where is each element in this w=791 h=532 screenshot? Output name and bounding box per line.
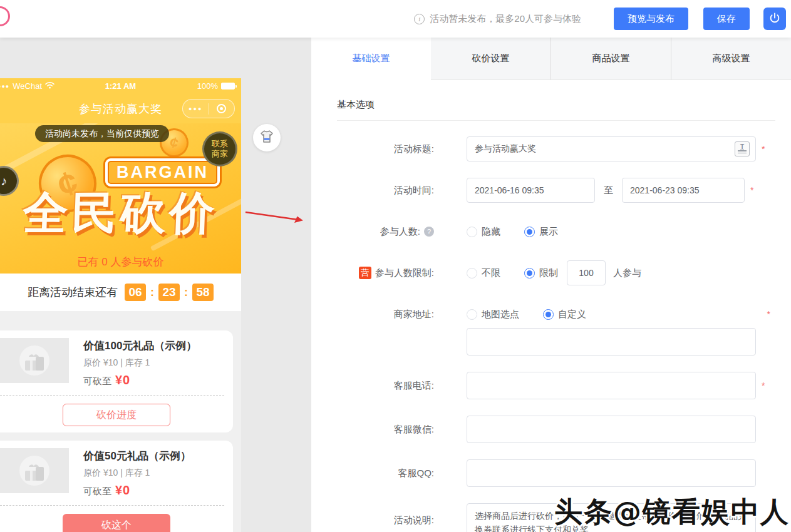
bargain-this-button[interactable]: 砍这个 [63, 514, 170, 532]
merchant-address-row: 商家地址: 地图选点 自定义 * [337, 302, 791, 356]
banner-title: 全民砍价 [0, 183, 241, 243]
more-dots-icon: ●●● [183, 106, 209, 112]
mobile-preview: ●●● WeChat 1:21 AM 100% 参与活动赢大奖 ●●● ¢ ¢ … [0, 78, 241, 532]
countdown-hours: 06 [125, 284, 146, 301]
top-bar: i 活动暂未发布，最多20人可参与体验 预览与发布 保存 [0, 0, 791, 38]
participant-limit-row: 营 参与人数限制: 不限 限制 人参与 [337, 260, 791, 285]
gift-cut-price: 可砍至¥0 [83, 483, 191, 498]
app-logo [0, 6, 10, 26]
gift-meta: 原价 ¥10 | 库存 1 [83, 357, 197, 369]
participant-limit-label: 营 参与人数限制: [337, 267, 467, 279]
gift-meta: 原价 ¥10 | 库存 1 [83, 468, 191, 479]
service-wechat-row: 客服微信: [337, 416, 791, 443]
gift-card: 价值100元礼品（示例） 原价 ¥10 | 库存 1 可砍至¥0 砍价进度 [0, 330, 233, 432]
marketing-badge: 营 [359, 267, 371, 279]
gift-image-placeholder [0, 338, 69, 383]
help-icon[interactable]: ? [424, 227, 434, 237]
activity-banner: ¢ ¢ 活动尚未发布，当前仅供预览 联系 商家 ♪ BARGAIN 全民砍价 已… [0, 123, 241, 274]
participants-row: 参与人数: ? 隐藏 展示 [337, 219, 791, 244]
bargain-ribbon: BARGAIN [105, 158, 220, 187]
preview-publish-button[interactable]: 预览与发布 [614, 8, 688, 30]
activity-title-preview: 参与活动赢大奖 [79, 101, 162, 116]
activity-time-label: 活动时间: [337, 185, 467, 197]
activity-description-row: 活动说明: 选择商品后进行砍价，自砍一刀后邀请好友帮忙砍价，砍价后凭商品兑换券联… [337, 503, 791, 532]
basic-settings-form: 基本选项 活动标题: T * 活动时间: 至 * 参与人数: ? 隐藏 [311, 80, 791, 532]
activity-description-label: 活动说明: [337, 503, 467, 526]
time-separator: 至 [604, 185, 613, 197]
participants-show-radio[interactable]: 展示 [524, 226, 558, 238]
required-asterisk: * [762, 381, 765, 391]
tab-product-settings[interactable]: 商品设置 [551, 38, 671, 79]
clock-label: 1:21 AM [75, 81, 166, 91]
info-icon: i [414, 14, 425, 24]
tab-basic-settings[interactable]: 基础设置 [311, 38, 431, 80]
gift-card: 价值50元礼品（示例） 原价 ¥10 | 库存 1 可砍至¥0 砍这个 [0, 441, 233, 532]
gift-title: 价值100元礼品（示例） [83, 339, 197, 353]
limit-none-radio[interactable]: 不限 [467, 267, 500, 279]
pointer-arrow [243, 207, 307, 229]
signal-icon: ●●● [0, 83, 9, 90]
power-icon [769, 13, 780, 26]
wifi-icon [45, 81, 54, 91]
battery-percent: 100% [197, 81, 218, 91]
settings-tabs: 基础设置 砍价设置 商品设置 高级设置 [311, 38, 791, 80]
gift-cut-price: 可砍至¥0 [83, 373, 197, 387]
activity-time-row: 活动时间: 至 * [337, 178, 791, 203]
rich-text-icon[interactable]: T [735, 141, 750, 156]
activity-description-input[interactable]: 选择商品后进行砍价，自砍一刀后邀请好友帮忙砍价，砍价后凭商品兑换券联系进行线下支… [467, 503, 756, 532]
settings-panel: 基础设置 砍价设置 商品设置 高级设置 基本选项 活动标题: T * 活动时间:… [311, 38, 791, 532]
service-qq-row: 客服QQ: [337, 459, 791, 487]
gift-title: 价值50元礼品（示例） [83, 449, 191, 463]
publish-notice-text: 活动暂未发布，最多20人可参与体验 [430, 13, 581, 25]
required-asterisk: * [750, 185, 753, 195]
save-button[interactable]: 保存 [703, 8, 750, 30]
participants-label: 参与人数: ? [337, 226, 467, 238]
activity-title-row: 活动标题: T * [337, 136, 791, 161]
gift-list: 价值100元礼品（示例） 原价 ¥10 | 库存 1 可砍至¥0 砍价进度 [0, 311, 241, 532]
bargain-progress-button[interactable]: 砍价进度 [63, 404, 170, 426]
merchant-address-label: 商家地址: [337, 309, 467, 320]
participants-hide-radio[interactable]: 隐藏 [467, 226, 500, 238]
contact-merchant-button[interactable]: 联系 商家 [202, 131, 237, 166]
address-custom-radio[interactable]: 自定义 [543, 309, 586, 320]
wechat-capsule[interactable]: ●●● [182, 99, 235, 118]
power-button[interactable] [763, 8, 786, 30]
section-title: 基本选项 [337, 99, 791, 111]
countdown-minutes: 23 [158, 284, 180, 301]
service-qq-label: 客服QQ: [337, 468, 467, 479]
theme-bubble[interactable] [253, 124, 281, 151]
tab-advanced-settings[interactable]: 高级设置 [671, 38, 791, 79]
service-wechat-label: 客服微信: [337, 424, 467, 436]
publish-notice: i 活动暂未发布，最多20人可参与体验 [414, 13, 581, 25]
service-phone-label: 客服电话: [337, 380, 467, 392]
service-qq-input[interactable] [467, 459, 756, 487]
merchant-address-input[interactable] [467, 328, 756, 356]
phone-status-bar: ●●● WeChat 1:21 AM 100% [0, 78, 241, 94]
battery-icon [221, 83, 235, 90]
carrier-label: WeChat [13, 81, 42, 91]
limit-on-radio[interactable]: 限制 [524, 267, 558, 279]
preview-toast: 活动尚未发布，当前仅供预览 [35, 125, 169, 142]
activity-title-input[interactable] [467, 136, 756, 161]
gift-image-placeholder [0, 448, 69, 493]
required-asterisk: * [762, 144, 765, 154]
activity-title-label: 活动标题: [337, 143, 467, 155]
countdown-label: 距离活动结束还有 [28, 285, 118, 300]
close-circle-icon [209, 104, 235, 113]
limit-count-input[interactable] [567, 260, 606, 285]
end-time-input[interactable] [622, 178, 745, 203]
start-time-input[interactable] [467, 178, 595, 203]
tshirt-icon [259, 130, 274, 146]
service-phone-input[interactable] [467, 372, 756, 399]
participants-count: 已有 0 人参与砍价 [0, 255, 241, 269]
service-wechat-input[interactable] [467, 416, 756, 443]
address-map-radio[interactable]: 地图选点 [467, 309, 519, 320]
phone-nav-bar: 参与活动赢大奖 ●●● [0, 94, 241, 123]
countdown-bar: 距离活动结束还有 06 : 23 : 58 [0, 274, 241, 311]
countdown-seconds: 58 [192, 284, 214, 301]
limit-suffix: 人参与 [613, 267, 641, 279]
service-phone-row: 客服电话: * [337, 372, 791, 399]
required-asterisk: * [767, 309, 770, 319]
tab-bargain-settings[interactable]: 砍价设置 [431, 38, 551, 79]
